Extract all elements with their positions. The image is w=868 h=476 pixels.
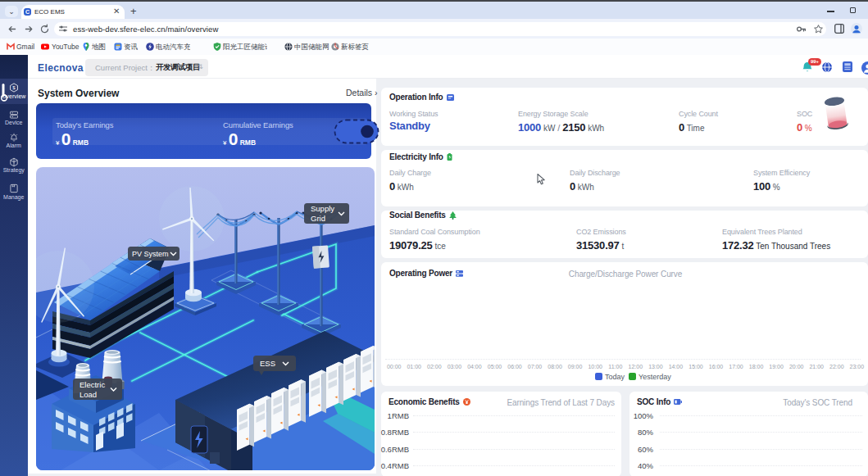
svg-text:ESS: ESS — [260, 359, 275, 368]
svg-text:Grid: Grid — [311, 214, 325, 223]
svg-text:Supply: Supply — [311, 204, 334, 213]
svg-text:Load: Load — [80, 390, 97, 399]
svg-text:PV System: PV System — [132, 250, 169, 258]
svg-text:$: $ — [12, 85, 16, 90]
svg-text:Electric: Electric — [80, 380, 105, 389]
